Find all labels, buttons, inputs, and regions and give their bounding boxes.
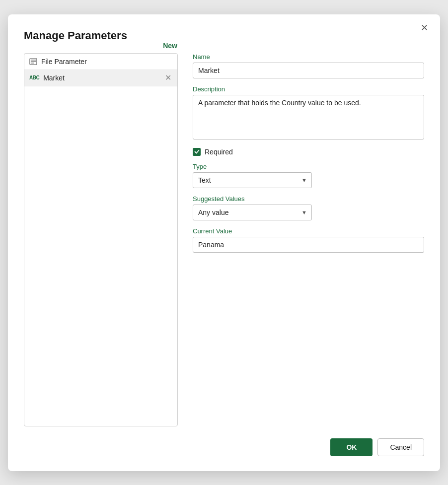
- description-label: Description: [193, 85, 424, 93]
- new-parameter-button[interactable]: New: [163, 41, 177, 51]
- required-row: Required: [193, 148, 424, 156]
- suggested-values-label: Suggested Values: [193, 195, 424, 203]
- market-label: Market: [43, 74, 160, 82]
- name-label: Name: [193, 53, 424, 61]
- current-value-field-group: Current Value: [193, 227, 424, 253]
- file-parameter-icon: [29, 58, 37, 65]
- right-panel: Name Description A parameter that holds …: [178, 53, 424, 426]
- description-input[interactable]: A parameter that holds the Country value…: [193, 95, 424, 139]
- list-item-file-parameter[interactable]: File Parameter: [24, 54, 177, 70]
- left-panel: New File Parameter ABC Marke: [24, 53, 178, 426]
- current-value-input[interactable]: [193, 237, 424, 253]
- ok-button[interactable]: OK: [330, 438, 373, 456]
- required-label: Required: [205, 148, 233, 156]
- file-parameter-label: File Parameter: [41, 58, 172, 66]
- type-select-wrap: Text Number Date Boolean ▼: [193, 172, 312, 188]
- remove-market-button[interactable]: ✕: [164, 74, 172, 82]
- suggested-values-select[interactable]: Any value List of values Query: [193, 205, 312, 220]
- required-checkbox[interactable]: [193, 148, 201, 156]
- manage-parameters-dialog: ✕ Manage Parameters New File Parameter: [8, 14, 440, 471]
- parameter-list: File Parameter ABC Market ✕: [24, 54, 177, 86]
- list-item-market[interactable]: ABC Market ✕: [24, 70, 177, 86]
- main-area: New File Parameter ABC Marke: [24, 53, 424, 426]
- footer: OK Cancel: [24, 426, 424, 456]
- current-value-label: Current Value: [193, 227, 424, 235]
- description-field-group: Description A parameter that holds the C…: [193, 85, 424, 141]
- cancel-button[interactable]: Cancel: [377, 438, 424, 456]
- name-field-group: Name: [193, 53, 424, 78]
- suggested-values-field-group: Suggested Values Any value List of value…: [193, 195, 424, 220]
- suggested-values-select-wrap: Any value List of values Query ▼: [193, 205, 312, 220]
- type-label: Type: [193, 163, 424, 170]
- market-type-icon: ABC: [29, 75, 39, 80]
- name-input[interactable]: [193, 63, 424, 78]
- type-select[interactable]: Text Number Date Boolean: [193, 172, 312, 188]
- dialog-title: Manage Parameters: [24, 29, 424, 42]
- close-button[interactable]: ✕: [418, 22, 431, 33]
- type-field-group: Type Text Number Date Boolean ▼: [193, 163, 424, 188]
